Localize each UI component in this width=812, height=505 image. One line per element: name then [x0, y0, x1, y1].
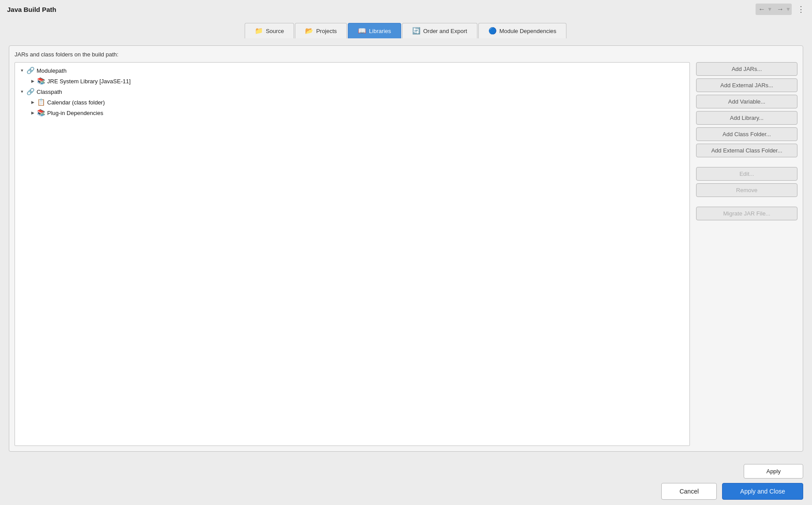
tab-libraries-label: Libraries: [369, 28, 391, 34]
window-title: Java Build Path: [7, 6, 56, 13]
tab-source-label: Source: [266, 28, 284, 34]
add-class-folder-button[interactable]: Add Class Folder...: [696, 127, 797, 141]
add-variable-button[interactable]: Add Variable...: [696, 95, 797, 108]
tree-item-jre[interactable]: 📚 JRE System Library [JavaSE-11]: [15, 76, 689, 86]
calendar-toggle-icon[interactable]: [29, 99, 36, 106]
jre-label: JRE System Library [JavaSE-11]: [47, 78, 130, 85]
tab-order-label: Order and Export: [423, 28, 467, 34]
nav-back-button[interactable]: ←: [756, 4, 767, 14]
apply-button[interactable]: Apply: [744, 464, 803, 479]
apply-and-close-button[interactable]: Apply and Close: [722, 483, 803, 500]
window: Java Build Path ← ▼ → ▼ ⋮ 📁 Source 📂 Pro…: [0, 0, 812, 505]
plugin-label: Plug-in Dependencies: [47, 110, 103, 116]
classpath-toggle-icon[interactable]: [19, 88, 26, 95]
button-spacer-2: [696, 200, 797, 204]
plugin-icon: 📚: [37, 109, 45, 117]
add-external-class-folder-button[interactable]: Add External Class Folder...: [696, 144, 797, 157]
tree-item-modulepath[interactable]: 🔗 Modulepath: [15, 65, 689, 76]
jre-toggle-icon[interactable]: [29, 78, 36, 85]
jre-icon: 📚: [37, 77, 45, 85]
remove-button[interactable]: Remove: [696, 183, 797, 197]
edit-button[interactable]: Edit...: [696, 167, 797, 181]
order-tab-icon: 🔄: [412, 27, 421, 35]
calendar-label: Calendar (class folder): [47, 99, 105, 106]
libraries-panel: JARs and class folders on the build path…: [9, 45, 803, 452]
add-jars-button[interactable]: Add JARs...: [696, 62, 797, 76]
side-buttons: Add JARs... Add External JARs... Add Var…: [696, 62, 797, 446]
tree-area[interactable]: 🔗 Modulepath 📚 JRE System Library [JavaS…: [15, 62, 690, 446]
apply-row: Apply: [9, 464, 803, 479]
nav-back-dropdown[interactable]: ▼: [767, 6, 772, 12]
nav-forward-dropdown[interactable]: ▼: [786, 6, 791, 12]
tab-order-export[interactable]: 🔄 Order and Export: [402, 23, 477, 38]
calendar-icon: 📋: [37, 98, 45, 106]
tab-module-dependencies[interactable]: 🔵 Module Dependencies: [478, 23, 566, 38]
tab-source[interactable]: 📁 Source: [245, 23, 294, 38]
add-external-jars-button[interactable]: Add External JARs...: [696, 78, 797, 92]
classpath-label: Classpath: [37, 89, 62, 95]
tab-projects[interactable]: 📂 Projects: [295, 23, 347, 38]
modulepath-label: Modulepath: [37, 67, 67, 74]
tree-item-calendar[interactable]: 📋 Calendar (class folder): [15, 97, 689, 108]
nav-forward-button[interactable]: →: [775, 4, 786, 14]
content-area: JARs and class folders on the build path…: [0, 38, 812, 459]
panel-body: 🔗 Modulepath 📚 JRE System Library [JavaS…: [15, 62, 797, 446]
tree-item-plugin[interactable]: 📚 Plug-in Dependencies: [15, 108, 689, 118]
bottom-area: Apply Cancel Apply and Close: [0, 459, 812, 505]
tab-module-label: Module Dependencies: [499, 28, 556, 34]
tree-item-classpath[interactable]: 🔗 Classpath: [15, 86, 689, 97]
libraries-tab-icon: 📖: [358, 27, 366, 35]
tab-libraries[interactable]: 📖 Libraries: [348, 23, 401, 38]
migrate-jar-button[interactable]: Migrate JAR File...: [696, 207, 797, 220]
add-library-button[interactable]: Add Library...: [696, 111, 797, 125]
classpath-icon: 🔗: [26, 88, 35, 96]
modulepath-toggle-icon[interactable]: [19, 67, 26, 74]
panel-header: JARs and class folders on the build path…: [15, 51, 797, 58]
tab-projects-label: Projects: [316, 28, 337, 34]
title-bar-controls: ← ▼ → ▼ ⋮: [756, 4, 805, 15]
modulepath-icon: 🔗: [26, 67, 35, 74]
module-tab-icon: 🔵: [488, 27, 497, 35]
action-row: Cancel Apply and Close: [9, 483, 803, 500]
projects-tab-icon: 📂: [305, 27, 313, 35]
tabs-bar: 📁 Source 📂 Projects 📖 Libraries 🔄 Order …: [0, 19, 812, 38]
plugin-toggle-icon[interactable]: [29, 109, 36, 116]
title-bar: Java Build Path ← ▼ → ▼ ⋮: [0, 0, 812, 19]
more-options-icon[interactable]: ⋮: [797, 4, 805, 14]
cancel-button[interactable]: Cancel: [661, 483, 717, 500]
button-spacer-1: [696, 160, 797, 164]
source-tab-icon: 📁: [255, 27, 263, 35]
nav-back-forward-group: ← ▼ → ▼: [756, 4, 792, 15]
